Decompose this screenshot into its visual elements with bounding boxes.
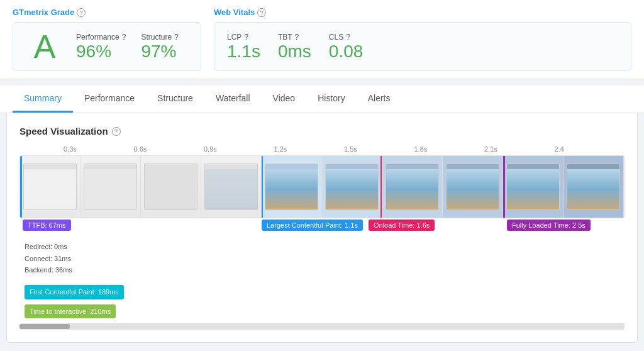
- tti-label: Time to Interactive: 210ms: [25, 304, 116, 319]
- web-vitals-section: Web Vitals ? LCP ? 1.1s TBT ? 0ms: [214, 8, 631, 71]
- lcp-timeline-label: Largest Contentful Paint: 1.1s: [262, 220, 363, 231]
- details-area: Redirect: 0ms Connect: 31ms Backend: 36m…: [19, 241, 625, 318]
- frame-2: [80, 156, 141, 218]
- frame-8: [443, 156, 503, 218]
- tab-video[interactable]: Video: [262, 86, 307, 113]
- scrollbar-thumb[interactable]: [19, 324, 70, 329]
- top-bar: GTmetrix Grade ? A Performance ? 96%: [0, 0, 644, 79]
- grades-row: GTmetrix Grade ? A Performance ? 96%: [13, 8, 631, 79]
- performance-help-icon[interactable]: ?: [122, 33, 126, 42]
- lcp-label: LCP: [227, 33, 242, 42]
- tbt-label: TBT: [278, 33, 292, 42]
- ruler-mark-03: 0.3s: [64, 145, 134, 153]
- tab-alerts[interactable]: Alerts: [357, 86, 402, 113]
- structure-label: Structure: [141, 33, 172, 42]
- gtmetrix-help-icon[interactable]: ?: [77, 8, 86, 17]
- lcp-help-icon[interactable]: ?: [244, 33, 248, 42]
- web-vitals-label: Web Vitals: [214, 8, 255, 17]
- fully-loaded-label: Fully Loaded Time: 2.5s: [507, 220, 591, 231]
- web-vitals-title: Web Vitals ?: [214, 8, 631, 17]
- speed-viz-label: Speed Visualization: [19, 126, 108, 136]
- structure-help-icon[interactable]: ?: [174, 33, 179, 42]
- lcp-value: 1.1s: [227, 43, 260, 60]
- frame-4: [201, 156, 262, 218]
- cls-value: 0.08: [329, 43, 364, 60]
- gtmetrix-grade-section: GTmetrix Grade ? A Performance ? 96%: [13, 8, 201, 71]
- frame-7: [382, 156, 443, 218]
- tab-performance[interactable]: Performance: [73, 86, 146, 113]
- grade-metrics: Performance ? 96% Structure ? 97%: [76, 33, 179, 60]
- speed-viz-title: Speed Visualization ?: [19, 126, 625, 136]
- performance-metric: Performance ? 96%: [76, 33, 126, 60]
- cls-label: CLS: [329, 33, 343, 42]
- filmstrip-area: [19, 155, 625, 218]
- viz-container: TTFB: 67ms Largest Contentful Paint: 1.1…: [19, 155, 625, 330]
- fcp-label: First Contentful Paint: 189ms: [25, 285, 124, 299]
- bottom-scrollbar[interactable]: [19, 323, 625, 330]
- ttfb-label: TTFB: 67ms: [23, 220, 71, 231]
- gtmetrix-grade-title: GTmetrix Grade ?: [13, 8, 201, 17]
- connect-detail: Connect: 31ms: [25, 253, 625, 265]
- tbt-help-icon[interactable]: ?: [295, 33, 299, 42]
- tabs-bar: Summary Performance Structure Waterfall …: [0, 86, 644, 113]
- structure-metric: Structure ? 97%: [141, 33, 178, 60]
- frame-6: [322, 156, 382, 218]
- tab-summary[interactable]: Summary: [13, 86, 73, 113]
- tbt-value: 0ms: [278, 43, 311, 60]
- speed-viz-help-icon[interactable]: ?: [112, 127, 121, 136]
- ruler-mark-12: 1.2s: [274, 145, 345, 153]
- ruler-mark-09: 0.9s: [204, 145, 274, 153]
- frame-9: [503, 156, 564, 218]
- performance-value: 96%: [76, 43, 126, 60]
- performance-label: Performance: [76, 33, 119, 42]
- frame-3: [141, 156, 201, 218]
- tab-structure[interactable]: Structure: [146, 86, 204, 113]
- cls-help-icon[interactable]: ?: [346, 33, 350, 42]
- cls-metric: CLS ? 0.08: [329, 33, 364, 60]
- onload-label: Onload Time: 1.6s: [369, 220, 435, 231]
- backend-detail: Backend: 36ms: [25, 264, 625, 276]
- timeline-labels: TTFB: 67ms Largest Contentful Paint: 1.1…: [19, 220, 625, 236]
- timeline-ruler: 0.3s 0.6s 0.9s 1.2s 1.5s 1.8s 2.1s 2.4: [19, 145, 625, 153]
- ruler-mark-06: 0.6s: [134, 145, 204, 153]
- gtmetrix-grade-label: GTmetrix Grade: [13, 8, 74, 17]
- web-vitals-help-icon[interactable]: ?: [257, 8, 266, 17]
- ruler-mark-18: 1.8s: [414, 145, 485, 153]
- grade-letter: A: [26, 30, 64, 63]
- tab-waterfall[interactable]: Waterfall: [204, 86, 262, 113]
- ruler-mark-21: 2.1s: [484, 145, 555, 153]
- web-vitals-card: LCP ? 1.1s TBT ? 0ms CLS ?: [214, 22, 631, 71]
- frame-5: [262, 156, 322, 218]
- structure-value: 97%: [141, 43, 178, 60]
- tab-history[interactable]: History: [306, 86, 357, 113]
- gtmetrix-grade-card: A Performance ? 96% Structure ?: [13, 22, 201, 71]
- redirect-detail: Redirect: 0ms: [25, 241, 625, 253]
- tbt-metric: TBT ? 0ms: [278, 33, 311, 60]
- ruler-mark-24: 2.4: [555, 145, 625, 153]
- main-content: Speed Visualization ? 0.3s 0.6s 0.9s 1.2…: [6, 113, 638, 343]
- frame-10: [564, 156, 624, 218]
- frame-1: [20, 156, 80, 218]
- ruler-mark-15: 1.5s: [344, 145, 414, 153]
- lcp-metric: LCP ? 1.1s: [227, 33, 260, 60]
